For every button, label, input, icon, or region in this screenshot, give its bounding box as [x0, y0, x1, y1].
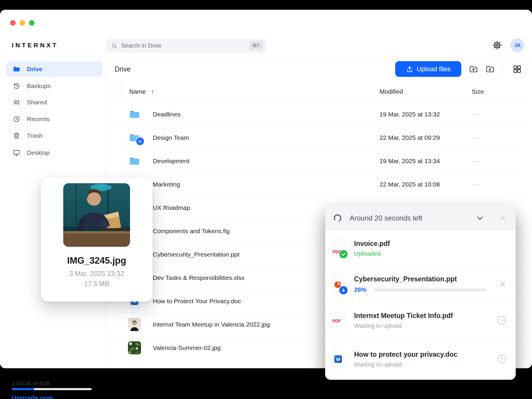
- preview-image: [63, 183, 130, 247]
- storage-usage-text: 2.81GB of 4GB: [12, 380, 93, 387]
- upload-file-name: Invoice.pdf: [354, 240, 507, 248]
- close-window-button[interactable]: [10, 20, 16, 26]
- page-title: Drive: [115, 65, 131, 73]
- file-modified: 19 Mar, 2025 at 13:32: [379, 111, 440, 118]
- image-thumbnail: [128, 318, 141, 331]
- storage-progress-bar: [12, 388, 92, 390]
- grid-view-icon[interactable]: [512, 64, 522, 74]
- folder-icon: [128, 108, 141, 121]
- ppt-file-icon: [331, 275, 345, 293]
- file-name: Valencia-Summer-02.jpg: [153, 344, 221, 351]
- sidebar-item-label: Backups: [27, 82, 51, 90]
- app-window: INTERNXT Search in Drive ⌘F JA: [0, 10, 532, 368]
- search-shortcut-badge: ⌘F: [249, 41, 263, 51]
- file-modified: 19 Mar, 2025 at 13:34: [379, 158, 440, 165]
- waiting-clock-icon: [496, 353, 507, 365]
- search-input[interactable]: Search in Drive ⌘F: [106, 38, 266, 53]
- shared-folder-icon: [128, 131, 141, 144]
- upload-progress-panel: Around 20 seconds left PDF Invoice.pdf: [325, 205, 516, 380]
- column-header-size[interactable]: Size: [472, 88, 484, 95]
- sidebar-item-backups[interactable]: Backups: [6, 78, 103, 94]
- folder-icon: [13, 65, 20, 73]
- upload-status: Waiting to upload: [354, 361, 496, 368]
- search-icon: [111, 43, 118, 49]
- zoom-window-button[interactable]: [29, 20, 35, 26]
- file-name: Internxt Team Meetup in Valencia 2022.jp…: [153, 321, 270, 328]
- toolbar-divider: [503, 64, 503, 75]
- sort-ascending-icon[interactable]: ↑: [151, 88, 154, 95]
- file-name: Dev Tasks & Responsibilities.xlsx: [153, 274, 244, 281]
- uploading-arrow-icon: [339, 286, 348, 295]
- upload-file-name: How to protect your privacy.doc: [354, 351, 496, 359]
- preview-date: 3 Mar, 2025 13:32: [41, 270, 153, 278]
- column-header-modified[interactable]: Modified: [379, 88, 403, 95]
- storage-progress-fill: [12, 388, 34, 390]
- upgrade-now-link[interactable]: Upgrade now: [12, 394, 53, 399]
- file-name: Marketing: [153, 181, 180, 188]
- upload-icon: [406, 66, 413, 73]
- file-modified: 22 Mar, 2025 at 09:29: [379, 134, 440, 141]
- preview-size: 17.5 MB: [41, 280, 153, 288]
- select-all-checkbox[interactable]: [115, 84, 123, 92]
- waiting-clock-icon: [496, 315, 507, 326]
- file-name: How to Protect Your Privacy.doc: [153, 298, 241, 305]
- window-controls: [10, 20, 35, 26]
- preview-filename: IMG_3245.jpg: [41, 255, 153, 266]
- spinner-icon: [333, 214, 342, 223]
- file-name: UX Roadmap: [153, 204, 190, 211]
- file-size: —: [472, 134, 479, 142]
- upload-files-label: Upload files: [417, 65, 451, 73]
- close-panel-icon[interactable]: [498, 213, 508, 223]
- file-name: Development: [153, 158, 189, 165]
- table-row[interactable]: Deadlines 19 Mar, 2025 at 13:32 —: [0, 103, 532, 126]
- table-row[interactable]: Development 19 Mar, 2025 at 13:34 —: [0, 149, 532, 173]
- upload-time-remaining: Around 20 seconds left: [350, 214, 468, 222]
- pdf-file-icon: PDF: [331, 311, 345, 330]
- upload-item: PDF Internxt Meetup Ticket Info.pdf Wait…: [325, 302, 515, 338]
- upload-item: Cybersecurity_Presentation.ppt 26%: [325, 266, 515, 302]
- cancel-upload-icon[interactable]: [498, 280, 507, 289]
- file-preview-card: IMG_3245.jpg 3 Mar, 2025 13:32 17.5 MB: [41, 178, 153, 301]
- new-folder-icon[interactable]: [485, 64, 495, 74]
- file-size: —: [472, 181, 479, 188]
- file-size: —: [472, 157, 479, 165]
- file-name: Design Team: [153, 134, 189, 141]
- image-thumbnail: [128, 341, 141, 354]
- sidebar-item-drive[interactable]: Drive: [6, 61, 103, 77]
- settings-gear-icon[interactable]: [492, 40, 502, 51]
- file-modified: 22 Mar, 2025 at 10:08: [379, 181, 440, 188]
- file-name: Deadlines: [153, 111, 180, 118]
- upload-progress-percent: 26%: [354, 286, 366, 293]
- folder-icon: [128, 155, 141, 168]
- uploaded-check-icon: [339, 249, 348, 259]
- backup-history-icon: [13, 82, 20, 90]
- upload-files-button[interactable]: Upload files: [395, 61, 461, 77]
- pdf-file-icon: PDF: [331, 239, 345, 257]
- file-name: Cybersecurity_Presentation.ppt: [153, 251, 239, 258]
- upload-panel-header: Around 20 seconds left: [325, 206, 515, 231]
- column-header-name[interactable]: Name: [129, 88, 146, 95]
- screenshot-stage: INTERNXT Search in Drive ⌘F JA: [0, 0, 532, 399]
- shared-badge-icon: [136, 137, 145, 146]
- sidebar-item-label: Drive: [27, 66, 43, 73]
- internxt-logo: INTERNXT: [12, 42, 58, 49]
- upload-file-name: Cybersecurity_Presentation.ppt: [354, 275, 498, 283]
- file-name: Components and Tokens.fig: [153, 228, 230, 235]
- upload-item: PDF Invoice.pdf Uploaded: [325, 231, 515, 266]
- avatar[interactable]: JA: [510, 38, 524, 52]
- upload-progress-bar: [374, 288, 486, 291]
- upload-status: Uploaded: [354, 250, 507, 257]
- upload-status: Waiting to upload: [354, 322, 496, 329]
- search-placeholder: Search in Drive: [121, 42, 249, 49]
- table-row[interactable]: Design Team 22 Mar, 2025 at 09:29 —: [0, 126, 532, 149]
- upload-file-name: Internxt Meetup Ticket Info.pdf: [354, 312, 496, 320]
- word-file-icon: W: [331, 350, 345, 368]
- file-size: —: [472, 111, 479, 118]
- upload-item: W How to protect your privacy.doc Waitin…: [325, 338, 515, 379]
- upload-folder-icon[interactable]: [469, 64, 478, 74]
- minimize-window-button[interactable]: [20, 20, 25, 26]
- chevron-down-icon[interactable]: [475, 213, 485, 223]
